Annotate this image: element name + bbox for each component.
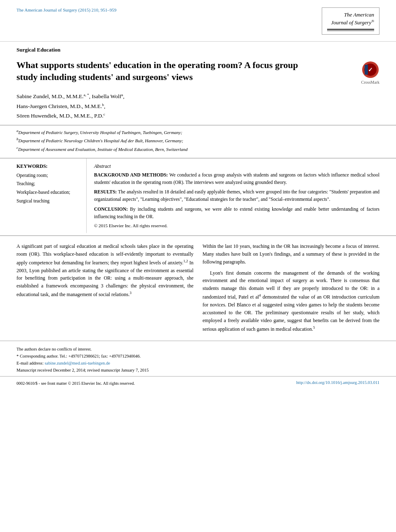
affil-1: aDepartment of Pediatric Surgery, Univer…	[16, 128, 380, 136]
logo-lines	[327, 29, 374, 31]
crossmark-icon: ✓	[361, 61, 380, 79]
body-col-1: A significant part of surgical education…	[16, 242, 193, 337]
footer-email-label: E-mail address:	[16, 361, 44, 365]
authors-area: Sabine Zundel, M.D., M.M.E.a, *, Isabell…	[0, 88, 396, 122]
keyword-4: Surgical teaching	[16, 197, 80, 205]
abstract-background-label: BACKGROUND AND METHODS:	[94, 172, 168, 177]
abstract-copyright: © 2015 Elsevier Inc. All rights reserved…	[94, 223, 380, 228]
affiliations: aDepartment of Pediatric Surgery, Univer…	[0, 125, 396, 156]
author-4: Sören Huwendiek, M.D., M.M.E., P.D.c	[16, 113, 105, 119]
abstract-results-text: The analysis resulted in 18 detailed and…	[94, 189, 380, 202]
keywords-title: KEYWORDS:	[16, 163, 80, 169]
footer-conflicts: The authors declare no conflicts of inte…	[16, 346, 380, 353]
abstract-conclusion-label: CONCLUSION:	[94, 207, 128, 212]
authors-line: Sabine Zundel, M.D., M.M.E.a, *, Isabell…	[16, 92, 380, 121]
affil-3: cDepartment of Assessment and Evaluation…	[16, 145, 380, 153]
svg-text:✓: ✓	[368, 67, 373, 73]
keywords-abstract-row: KEYWORDS: Operating room; Teaching; Work…	[0, 158, 396, 233]
journal-logo: The American Journal of Surgery®	[322, 7, 380, 35]
footer-manuscript: Manuscript received December 2, 2014; re…	[16, 367, 380, 374]
journal-logo-text: The American Journal of Surgery®	[327, 11, 374, 27]
journal-citation: The American Journal of Surgery (2015) 2…	[16, 7, 116, 12]
body-col2-para1: Within the last 10 years, teaching in th…	[203, 242, 380, 266]
body-col-2: Within the last 10 years, teaching in th…	[203, 242, 380, 337]
top-header: The American Journal of Surgery (2015) 2…	[0, 0, 396, 39]
keyword-2: Teaching;	[16, 179, 80, 188]
footer-copyright: 0002-9610/$ - see front matter © 2015 El…	[16, 381, 135, 386]
abstract-conclusion: CONCLUSION: By including students and su…	[94, 206, 380, 221]
body-col1-para1: A significant part of surgical education…	[16, 242, 193, 299]
footer-doi: http://dx.doi.org/10.1016/j.amjsurg.2015…	[296, 379, 380, 386]
abstract-column: Abstract BACKGROUND AND METHODS: We cond…	[87, 158, 380, 233]
keyword-1: Operating room;	[16, 171, 80, 180]
footer-email: E-mail address: sabine.zundel@med.uni-tu…	[16, 360, 380, 367]
crossmark-box: ✓ CrossMark	[361, 61, 380, 85]
abstract-results: RESULTS: The analysis resulted in 18 det…	[94, 188, 380, 203]
footer-bottom: 0002-9610/$ - see front matter © 2015 El…	[0, 376, 396, 390]
keywords-list: Operating room; Teaching; Workplace-base…	[16, 171, 80, 205]
abstract-results-label: RESULTS:	[94, 189, 117, 194]
keyword-3: Workplace-based education;	[16, 188, 80, 197]
affil-2: bDepartment of Pediatric Neurology Child…	[16, 136, 380, 144]
title-area: What supports students' education in the…	[0, 55, 396, 88]
footer-corresponding: * Corresponding author. Tel.: +497071298…	[16, 353, 380, 360]
abstract-background: BACKGROUND AND METHODS: We conducted a f…	[94, 172, 380, 186]
footer-doi-link[interactable]: http://dx.doi.org/10.1016/j.amjsurg.2015…	[296, 380, 380, 385]
crossmark-label: CrossMark	[361, 80, 380, 85]
author-2: Isabella Wolfa,	[92, 93, 125, 99]
abstract-heading: Abstract	[94, 163, 380, 169]
svg-rect-3	[365, 65, 368, 75]
abstract-conclusion-text: By including students and surgeons, we w…	[94, 207, 380, 219]
section-label: Surgical Education	[0, 41, 396, 55]
page: The American Journal of Surgery (2015) 2…	[0, 0, 396, 532]
body-columns: A significant part of surgical education…	[0, 235, 396, 337]
body-col1-para1-text: A significant part of surgical education…	[16, 243, 193, 298]
author-1: Sabine Zundel, M.D., M.M.E.a, *,	[16, 93, 92, 99]
article-title: What supports students' education in the…	[16, 59, 314, 83]
footer-email-link[interactable]: sabine.zundel@med.uni-tuebingen.de	[45, 361, 110, 365]
footer-notes: The authors declare no conflicts of inte…	[0, 341, 396, 376]
author-3: Hans-Juergen Christen, M.D., M.M.E.b,	[16, 103, 105, 109]
keywords-column: KEYWORDS: Operating room; Teaching; Work…	[16, 158, 87, 233]
body-col2-para2: Lyon's first domain concerns the managem…	[203, 269, 380, 334]
